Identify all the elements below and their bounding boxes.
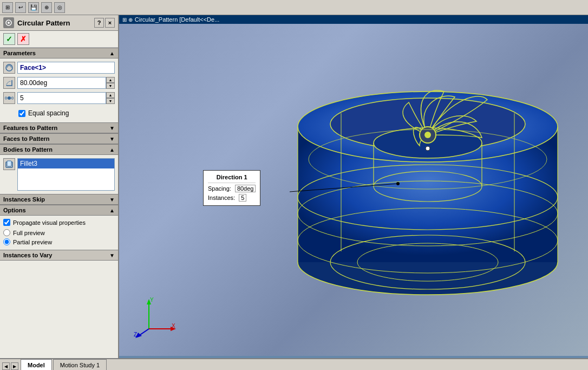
callout-box: Direction 1 Spacing: 80deg Instances: 5 xyxy=(203,170,260,206)
panel-title-actions: ? × xyxy=(94,18,115,28)
svg-point-1 xyxy=(8,22,10,24)
callout-instances-row: Instances: 5 xyxy=(208,193,256,203)
face-icon xyxy=(3,62,15,74)
options-section-header[interactable]: Options ▲ xyxy=(0,205,118,216)
instances-input-box: ▲ ▼ xyxy=(17,92,115,104)
panel-title-icon xyxy=(3,17,14,28)
propagate-row: Propagate visual properties xyxy=(3,219,115,226)
equal-spacing-checkbox[interactable] xyxy=(18,110,25,117)
svg-rect-7 xyxy=(7,161,11,166)
bottom-tabbar: ◀ ▶ Model Motion Study 1 xyxy=(0,358,588,370)
cancel-button[interactable]: ✗ xyxy=(17,33,29,45)
tab-motion-study[interactable]: Motion Study 1 xyxy=(53,359,107,370)
svg-point-25 xyxy=(424,132,431,138)
instances-vary-section-header[interactable]: Instances to Vary ▼ xyxy=(0,250,118,261)
parameters-content: ▲ ▼ ▲ ▼ xyxy=(0,59,118,122)
tab-model-label: Model xyxy=(28,362,45,368)
nav-next-button[interactable]: ▶ xyxy=(11,362,18,370)
angle-param-row: ▲ ▼ xyxy=(3,77,115,89)
callout-line-svg xyxy=(290,181,409,203)
viewport-title: Circular_Pattern [Default<<De... xyxy=(135,16,220,23)
angle-spinners: ▲ ▼ xyxy=(106,77,115,89)
instances-up-button[interactable]: ▲ xyxy=(106,92,115,98)
bodies-list-item[interactable]: Fillet3 xyxy=(18,159,114,168)
main-area: Circular Pattern ? × ✓ ✗ Parameters ▲ xyxy=(0,15,588,358)
panel-title-bar: Circular Pattern ? × xyxy=(0,15,118,31)
features-arrow: ▼ xyxy=(109,125,115,131)
faces-section-header[interactable]: Faces to Pattern ▼ xyxy=(0,133,118,144)
svg-line-29 xyxy=(290,184,398,192)
axis-indicator: Y X Z xyxy=(133,296,176,340)
full-preview-radio[interactable] xyxy=(3,229,10,236)
panel-title-text: Circular Pattern xyxy=(17,19,70,27)
full-preview-row: Full preview xyxy=(3,228,115,237)
instances-spinners: ▲ ▼ xyxy=(106,92,115,104)
svg-point-3 xyxy=(8,96,11,100)
tab-model[interactable]: Model xyxy=(21,359,52,370)
propagate-label: Propagate visual properties xyxy=(13,219,86,226)
angle-input-box: ▲ ▼ xyxy=(17,77,115,89)
help-button[interactable]: ? xyxy=(94,18,104,28)
face-param-row xyxy=(3,62,115,74)
accept-bar: ✓ ✗ xyxy=(0,31,118,48)
svg-text:Z: Z xyxy=(134,332,137,337)
angle-icon xyxy=(3,77,15,89)
instances-param-row: ▲ ▼ xyxy=(3,92,115,104)
instances-skip-section-header[interactable]: Instances Skip ▼ xyxy=(0,194,118,205)
svg-text:X: X xyxy=(172,323,175,329)
top-toolbar: ⊞ ↩ 💾 ⊕ ◎ xyxy=(0,0,588,15)
left-panel: Circular Pattern ? × ✓ ✗ Parameters ▲ xyxy=(0,15,119,358)
svg-point-28 xyxy=(426,146,430,151)
faces-arrow: ▼ xyxy=(109,136,115,142)
options-arrow: ▲ xyxy=(109,207,115,213)
viewport-titlebar: ⊞ ⊕ Circular_Pattern [Default<<De... xyxy=(119,15,588,24)
callout-spacing-row: Spacing: 80deg xyxy=(208,184,256,194)
propagate-checkbox[interactable] xyxy=(3,219,10,226)
viewport-3d[interactable]: Direction 1 Spacing: 80deg Instances: 5 xyxy=(119,24,588,356)
toolbar-icon-1[interactable]: ⊞ xyxy=(2,2,13,13)
toolbar-icon-2[interactable]: ↩ xyxy=(15,2,26,13)
bodies-label: Bodies to Pattern xyxy=(3,146,53,153)
bodies-row: Fillet3 xyxy=(3,158,115,191)
bodies-content: Fillet3 xyxy=(0,155,118,194)
callout-direction: Direction 1 xyxy=(208,173,256,183)
partial-preview-row: Partial preview xyxy=(3,237,115,246)
features-section-header[interactable]: Features to Pattern ▼ xyxy=(0,122,118,133)
viewport: ⊞ ⊕ Circular_Pattern [Default<<De... xyxy=(119,15,588,358)
full-preview-label: Full preview xyxy=(13,230,45,236)
partial-preview-label: Partial preview xyxy=(13,239,52,245)
angle-down-button[interactable]: ▼ xyxy=(106,83,115,89)
svg-text:Y: Y xyxy=(150,297,154,303)
face-input[interactable] xyxy=(17,62,115,74)
options-content: Propagate visual properties Full preview… xyxy=(0,216,118,250)
svg-point-30 xyxy=(396,182,400,185)
nav-prev-button[interactable]: ◀ xyxy=(2,362,10,370)
svg-point-4 xyxy=(11,97,14,99)
close-button[interactable]: × xyxy=(105,18,115,28)
bodies-section-header[interactable]: Bodies to Pattern ▲ xyxy=(0,144,118,155)
callout-instances-label: Instances: xyxy=(208,194,235,201)
accept-button[interactable]: ✓ xyxy=(3,33,15,45)
parameters-label: Parameters xyxy=(3,50,36,56)
toolbar-icon-4[interactable]: ⊕ xyxy=(41,2,52,13)
options-label: Options xyxy=(3,207,26,213)
partial-preview-radio[interactable] xyxy=(3,238,10,245)
callout-spacing-value: 80deg xyxy=(235,185,256,192)
instances-down-button[interactable]: ▼ xyxy=(106,98,115,104)
faces-label: Faces to Pattern xyxy=(3,135,50,142)
instances-skip-label: Instances Skip xyxy=(3,196,45,203)
svg-point-5 xyxy=(5,97,7,99)
angle-up-button[interactable]: ▲ xyxy=(106,77,115,83)
callout-spacing-label: Spacing: xyxy=(208,185,231,192)
callout-instances-value: 5 xyxy=(239,194,246,202)
angle-input[interactable] xyxy=(17,77,106,89)
toolbar-icon-5[interactable]: ◎ xyxy=(54,2,65,13)
tab-motion-study-label: Motion Study 1 xyxy=(60,362,100,368)
instances-input[interactable] xyxy=(17,92,106,104)
instances-icon xyxy=(3,92,15,104)
bodies-list[interactable]: Fillet3 xyxy=(17,158,115,191)
parameters-arrow: ▲ xyxy=(109,50,115,56)
instances-skip-arrow: ▼ xyxy=(109,197,115,203)
toolbar-icon-3[interactable]: 💾 xyxy=(28,2,39,13)
parameters-section-header[interactable]: Parameters ▲ xyxy=(0,48,118,59)
